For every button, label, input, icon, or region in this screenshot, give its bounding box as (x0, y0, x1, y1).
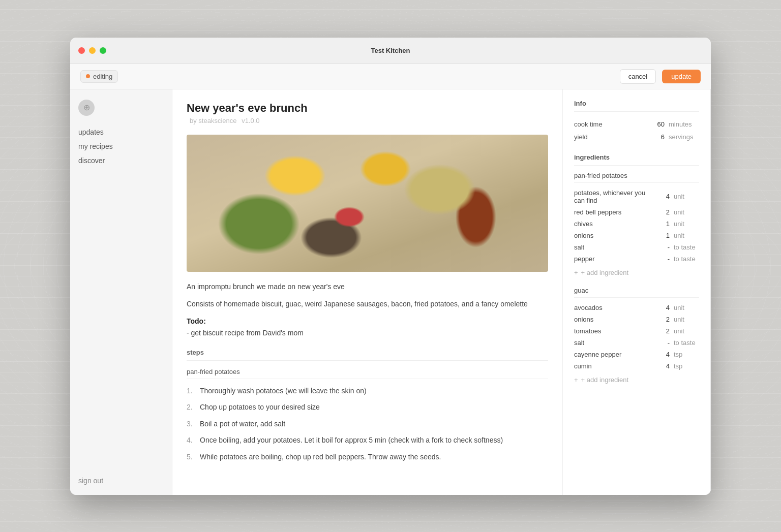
ingredient-qty: 2 (657, 327, 670, 335)
ingredient-name: onions (574, 316, 657, 323)
add-ingredient-label: + add ingredient (581, 269, 629, 276)
ingredient-name: salt (574, 339, 657, 347)
step-text: Thoroughly wash potatoes (we will leave … (200, 385, 367, 396)
ingredient-unit: to taste (674, 339, 699, 347)
step-text: Once boiling, add your potatoes. Let it … (200, 434, 503, 446)
ingredient-name: pepper (574, 255, 657, 263)
step-text: While potatoes are boiling, chop up red … (200, 451, 441, 462)
step-item: 5. While potatoes are boiling, chop up r… (187, 451, 548, 462)
add-ingredient-button-guac[interactable]: + + add ingredient (574, 374, 699, 386)
step-item: 2. Chop up potatoes to your desired size (187, 401, 548, 413)
ingredient-name: chives (574, 220, 657, 228)
ingredient-row: tomatoes 2 unit (574, 325, 699, 337)
recipe-container: New year's eve brunch by steakscience v1… (172, 89, 710, 495)
ingredient-row: salt - to taste (574, 241, 699, 253)
sidebar-item-my-recipes[interactable]: my recipes (78, 140, 164, 152)
ingredient-unit: tsp (674, 362, 699, 370)
ingredient-unit: to taste (674, 255, 699, 263)
ingredient-row: pepper - to taste (574, 253, 699, 265)
step-item: 3. Boil a pot of water, add salt (187, 418, 548, 429)
user-icon: ⊕ (83, 103, 90, 112)
add-ingredient-label: + add ingredient (581, 376, 629, 384)
ingredient-name: tomatoes (574, 327, 657, 335)
recipe-meta: by steakscience v1.0.0 (187, 117, 548, 124)
recipe-image-content (187, 135, 548, 272)
cancel-button[interactable]: cancel (620, 69, 656, 84)
fullscreen-button[interactable] (100, 47, 106, 54)
ingredient-group-pan-fried: pan-fried potatoes potatoes, whichever y… (574, 172, 699, 278)
ingredient-name: avocados (574, 304, 657, 311)
steps-section-label: steps (187, 349, 548, 361)
ingredient-unit: unit (674, 327, 699, 335)
yield-row: yield 6 servings (574, 131, 699, 143)
add-ingredient-button-pan-fried[interactable]: + + add ingredient (574, 267, 699, 278)
cook-time-row: cook time 60 minutes (574, 118, 699, 131)
cook-time-value: 60 (649, 120, 665, 128)
ingredient-qty: 1 (657, 232, 670, 239)
plus-icon: + (574, 376, 578, 384)
titlebar: Test Kitchen (70, 38, 711, 64)
ingredient-qty: 4 (657, 193, 670, 200)
ingredient-qty: 4 (657, 351, 670, 358)
ingredient-qty: 1 (657, 220, 670, 228)
ingredient-unit: unit (674, 208, 699, 216)
info-label: info (574, 100, 699, 112)
ingredient-name: cayenne pepper (574, 351, 657, 358)
ingredients-section: ingredients pan-fried potatoes potatoes,… (574, 153, 699, 386)
recipe-title: New year's eve brunch (187, 102, 548, 115)
ingredient-row: onions 2 unit (574, 314, 699, 325)
traffic-lights (78, 47, 106, 54)
step-num: 2. (187, 401, 195, 413)
ingredient-row: cumin 4 tsp (574, 360, 699, 372)
ingredient-qty: 4 (657, 304, 670, 311)
ingredients-label: ingredients (574, 153, 699, 166)
ingredient-group-guac: guac avocados 4 unit onions 2 unit (574, 287, 699, 386)
ingredient-qty: - (657, 339, 670, 347)
ingredient-row: salt - to taste (574, 337, 699, 349)
ingredient-name: red bell peppers (574, 208, 657, 216)
ingredient-row: potatoes, whichever you can find 4 unit (574, 187, 699, 206)
ingredient-qty: 2 (657, 208, 670, 216)
yield-label: yield (574, 133, 649, 141)
cook-time-label: cook time (574, 120, 649, 128)
sidebar: ⊕ updates my recipes discover sign out (70, 89, 172, 495)
avatar[interactable]: ⊕ (78, 100, 95, 116)
step-num: 4. (187, 434, 195, 446)
sign-out-button[interactable]: sign out (78, 477, 164, 485)
update-button[interactable]: update (662, 70, 701, 83)
sidebar-footer: sign out (78, 477, 164, 485)
info-section: info cook time 60 minutes yield 6 servin… (574, 100, 699, 143)
todo-item: - get biscuit recipe from David's mom (187, 329, 304, 337)
cook-time-unit: minutes (669, 120, 699, 128)
ingredient-unit: unit (674, 304, 699, 311)
ingredient-name: onions (574, 232, 657, 239)
ingredient-row: avocados 4 unit (574, 302, 699, 314)
sidebar-item-discover[interactable]: discover (78, 154, 164, 167)
ingredient-unit: unit (674, 193, 699, 200)
steps-list: 1. Thoroughly wash potatoes (we will lea… (187, 385, 548, 462)
sidebar-nav: updates my recipes discover (78, 126, 164, 167)
ingredient-unit: unit (674, 232, 699, 239)
recipe-author: by steakscience (190, 117, 237, 124)
content-area[interactable]: New year's eve brunch by steakscience v1… (172, 89, 711, 495)
ingredient-qty: - (657, 243, 670, 251)
editing-dot-icon (86, 74, 90, 78)
main-layout: ⊕ updates my recipes discover sign out (70, 89, 711, 495)
editing-label: editing (93, 73, 112, 80)
ingredient-unit: to taste (674, 243, 699, 251)
ingredient-unit: tsp (674, 351, 699, 358)
app-window: Test Kitchen editing cancel update ⊕ upd… (70, 38, 711, 495)
ingredient-row: chives 1 unit (574, 218, 699, 230)
minimize-button[interactable] (89, 47, 96, 54)
ingredient-unit: unit (674, 316, 699, 323)
recipe-version: v1.0.0 (242, 117, 259, 124)
recipe-image (187, 135, 548, 272)
ingredient-qty: 2 (657, 316, 670, 323)
close-button[interactable] (78, 47, 85, 54)
group-title-guac: guac (574, 287, 699, 298)
step-num: 1. (187, 385, 195, 396)
todo-label: Todo: (187, 317, 206, 325)
sidebar-item-updates[interactable]: updates (78, 126, 164, 138)
recipe-consists-of: Consists of homemade biscuit, guac, weir… (187, 298, 548, 309)
ingredient-name: salt (574, 243, 657, 251)
